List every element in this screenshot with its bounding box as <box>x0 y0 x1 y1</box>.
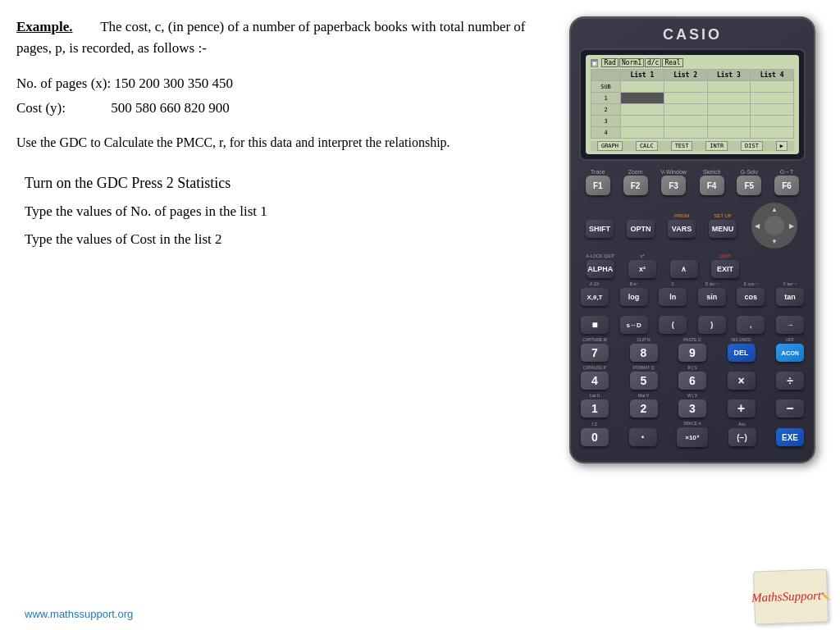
use-gdc-text: Use the GDC to Calculate the PMCC, r, fo… <box>16 133 536 153</box>
screen-mode-rad: Rad <box>601 58 618 67</box>
f3-key[interactable]: F3 <box>661 176 686 195</box>
website-link: www.mathssupport.org <box>25 608 133 620</box>
minus-key[interactable]: − <box>776 399 804 418</box>
dot-key[interactable]: · <box>629 428 657 446</box>
calculator: CASIO ▣ Rad Norm1 d/c Real <box>569 16 815 463</box>
tan-key[interactable]: tan <box>776 288 804 306</box>
xthetat-key[interactable]: X,θ,T <box>581 288 609 306</box>
screen-mode-norm: Norm1 <box>619 58 644 67</box>
sin-key[interactable]: sin <box>698 288 726 306</box>
alpha-row: A-LOCK QUIT ALPHA x² x² ∧ QUIT EXIT <box>579 253 806 278</box>
shift-row: SHIFT OPTN PRGM VARS SET UP MENU ▲ <box>579 201 806 250</box>
num-row-0: I Z 0 · SPACE π ×10ˣ Ans (−) EXE <box>579 421 806 447</box>
x2-top: x² <box>641 253 645 260</box>
plus-key[interactable]: + <box>728 399 756 418</box>
rparen-key[interactable]: ) <box>698 316 726 334</box>
exe-key[interactable]: EXE <box>776 428 804 446</box>
casio-label: CASIO <box>579 26 806 43</box>
exp-key[interactable]: ×10ˣ <box>677 427 708 447</box>
num-row-456: CATALOG P 4 FORMAT Q 5 R [ S 6 × ÷ <box>579 365 806 390</box>
del-key[interactable]: DEL <box>728 344 756 362</box>
screen-graph-btn[interactable]: GRAPH <box>597 141 623 151</box>
key-2[interactable]: 2 <box>630 399 658 418</box>
exit-top: QUIT <box>719 253 731 260</box>
f6-key[interactable]: F6 <box>774 176 799 195</box>
calculator-screen: ▣ Rad Norm1 d/c Real <box>579 48 806 161</box>
fn2-label: Zoom <box>628 169 643 175</box>
screen-mode-real: Real <box>662 58 682 67</box>
fn-key-row: Trace F1 Zoom F2 V-Window F3 Sketch F4 G… <box>579 167 806 197</box>
shift-key[interactable]: SHIFT <box>586 220 614 238</box>
multiply-key[interactable]: × <box>728 372 756 390</box>
exit-key[interactable]: EXIT <box>711 260 739 278</box>
num-row-123: List U 1 Mat V 2 W [ X 3 + − <box>579 393 806 418</box>
screen-arrow-btn[interactable]: ▶ <box>776 141 788 151</box>
menu-top: SET UP <box>714 213 732 220</box>
f4-key[interactable]: F4 <box>700 176 724 195</box>
screen-intr-btn[interactable]: INTR <box>705 141 728 151</box>
key-6[interactable]: 6 <box>678 372 706 390</box>
fn1-label: Trace <box>591 169 605 175</box>
num-row-789: CAPTURE M 7 CLIP N 8 PASTE O 9 INS UNDO … <box>579 337 806 362</box>
screen-mode-dc: d/c <box>645 58 661 67</box>
frac-key[interactable]: ■ <box>581 316 609 334</box>
screen-test-btn[interactable]: TEST <box>671 141 693 151</box>
key-7[interactable]: 7 <box>581 344 609 362</box>
fn3-label: V-Window <box>660 169 687 175</box>
key-4[interactable]: 4 <box>581 372 609 390</box>
example-title: Example. <box>16 19 72 34</box>
trig-row: A 10ˣ X,θ,T B eˣ log C ln D sin⁻¹ sin E … <box>579 281 806 306</box>
fn6-label: G↔T <box>780 169 794 175</box>
screen-list-table: List 1 List 2 List 3 List 4 SUB 1 <box>591 69 794 139</box>
misc-row: ■ s↔D ( ) , <box>579 309 806 334</box>
screen-memory-icon: ▣ <box>591 59 598 67</box>
lparen-key[interactable]: ( <box>659 316 687 334</box>
data-table: No. of pages (x): 150 200 300 350 450 Co… <box>16 71 536 121</box>
key-8[interactable]: 8 <box>630 344 658 362</box>
cost-values: 500 580 660 820 900 <box>111 100 230 116</box>
example-block: Example. The cost, c, (in pence) of a nu… <box>16 16 536 60</box>
menu-key[interactable]: MENU <box>709 220 737 238</box>
key-3[interactable]: 3 <box>678 399 706 418</box>
alpha-top: A-LOCK QUIT <box>586 253 614 260</box>
cost-label: Cost (y): <box>16 100 66 116</box>
fn5-label: G-Solv <box>741 169 758 175</box>
ac-key[interactable]: ACON <box>776 344 804 362</box>
optn-key[interactable]: OPTN <box>627 220 655 238</box>
screen-dist-btn[interactable]: DIST <box>741 141 763 151</box>
vars-top: PRGM <box>674 213 689 220</box>
key-9[interactable]: 9 <box>678 344 706 362</box>
maths-support-logo: Maths Support ✏️ <box>753 568 829 624</box>
neg-key[interactable]: (−) <box>728 428 756 446</box>
key-5[interactable]: 5 <box>630 372 658 390</box>
key-0[interactable]: 0 <box>581 428 609 446</box>
fn4-label: Sketch <box>703 169 720 175</box>
vars-key[interactable]: VARS <box>668 220 696 238</box>
divide-key[interactable]: ÷ <box>776 372 804 390</box>
screen-calc-btn[interactable]: CALC <box>636 141 658 151</box>
comma-key[interactable]: , <box>737 316 765 334</box>
pages-values: 150 200 300 350 450 <box>114 75 233 91</box>
instruction-line2: Type the values of No. of pages in the l… <box>25 198 536 226</box>
instructions-block: Turn on the GDC Press 2 Statistics Type … <box>16 168 536 253</box>
instruction-line1: Turn on the GDC Press 2 Statistics <box>25 168 536 198</box>
instruction-line3: Type the values of Cost in the list 2 <box>25 226 536 253</box>
dpad[interactable]: ▲ ▼ ◀ ▶ <box>750 201 799 250</box>
x2-key[interactable]: x² <box>628 260 656 278</box>
key-1[interactable]: 1 <box>581 399 609 418</box>
alpha-key[interactable]: ALPHA <box>587 260 614 278</box>
cos-key[interactable]: cos <box>737 288 765 306</box>
f2-key[interactable]: F2 <box>623 176 648 195</box>
arrow-key[interactable]: → <box>776 316 804 334</box>
f1-key[interactable]: F1 <box>586 176 610 195</box>
log-key[interactable]: log <box>620 288 648 306</box>
ln-key[interactable]: ln <box>659 288 687 306</box>
pages-label: No. of pages (x): <box>16 75 111 91</box>
sd-key[interactable]: s↔D <box>620 316 648 334</box>
caret-key[interactable]: ∧ <box>670 260 698 278</box>
f5-key[interactable]: F5 <box>737 176 761 195</box>
